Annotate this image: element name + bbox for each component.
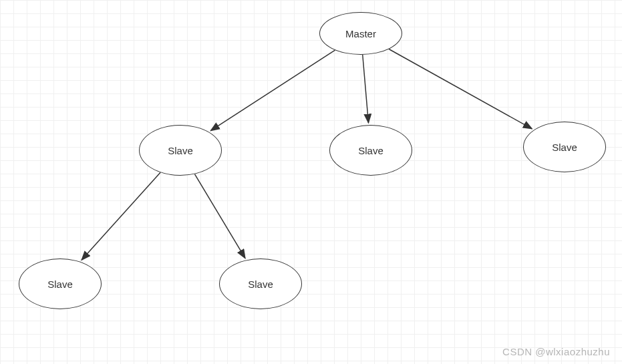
node-label: Master bbox=[345, 28, 376, 39]
node-label: Slave bbox=[552, 142, 577, 153]
edges-layer bbox=[0, 0, 622, 364]
edge-slave1-slave5 bbox=[194, 174, 245, 258]
node-slave3: Slave bbox=[523, 122, 606, 172]
edge-master-slave2 bbox=[363, 55, 369, 123]
watermark: CSDN @wlxiaozhuzhu bbox=[502, 346, 610, 357]
node-label: Slave bbox=[168, 145, 193, 156]
node-slave5: Slave bbox=[219, 258, 302, 309]
node-master: Master bbox=[319, 12, 402, 55]
node-slave2: Slave bbox=[329, 125, 412, 176]
node-label: Slave bbox=[358, 145, 383, 156]
node-slave4: Slave bbox=[19, 258, 102, 309]
node-label: Slave bbox=[248, 279, 273, 290]
node-slave1: Slave bbox=[139, 125, 222, 176]
edge-master-slave1 bbox=[210, 50, 335, 131]
edge-master-slave3 bbox=[389, 49, 532, 128]
node-label: Slave bbox=[47, 279, 73, 290]
edge-slave1-slave4 bbox=[82, 172, 160, 260]
